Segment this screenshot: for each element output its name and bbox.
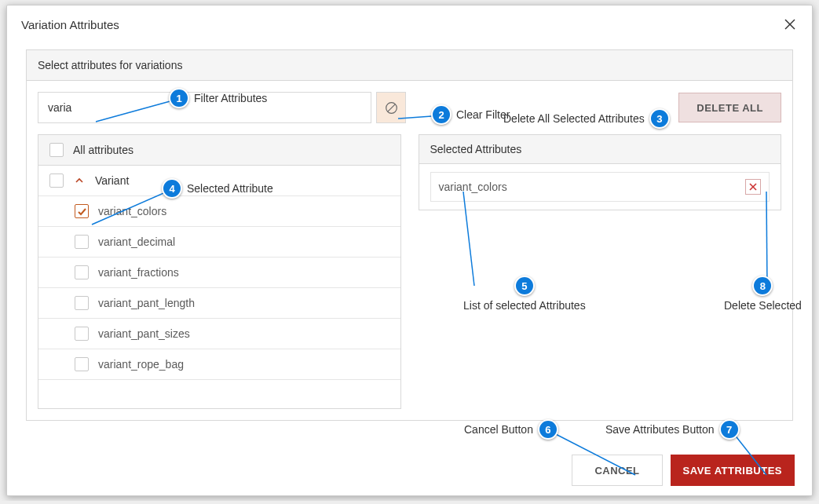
attributes-panel: Select attributes for variations DELETE … [26,49,793,421]
delete-selected-button[interactable] [745,179,761,195]
attribute-checkbox[interactable] [75,204,89,218]
attribute-checkbox[interactable] [75,357,89,371]
clear-icon [385,101,398,115]
x-icon [749,183,757,191]
dialog-footer: CANCEL SAVE ATTRIBUTES [572,455,795,486]
attribute-label: variant_rope_bag [98,358,184,371]
attribute-item-row[interactable]: variant_decimal [38,227,400,257]
attribute-item-row[interactable]: variant_fractions [38,257,400,288]
attribute-checkbox[interactable] [75,296,89,310]
panel-body: DELETE ALL All attributes [27,81,792,420]
group-checkbox[interactable] [49,173,64,188]
annotation-label-6: Cancel Button [464,423,533,436]
all-attributes-header: All attributes [38,135,400,166]
annotation-badge-6: 6 [538,419,558,440]
selected-attributes-header: Selected Attributes [419,135,781,164]
filter-input[interactable] [38,92,371,123]
variation-attributes-dialog: Variation Attributes Select attributes f… [6,5,813,496]
dialog-title: Variation Attributes [21,18,119,31]
selected-attributes-column: Selected Attributes variant_colors [419,134,782,409]
dialog-body: Select attributes for variations DELETE … [7,43,812,421]
clear-filter-button[interactable] [376,92,406,123]
chevron-up-icon[interactable] [73,174,86,187]
attribute-item-row[interactable]: variant_rope_bag [38,349,400,380]
annotation-badge-7: 7 [719,419,740,440]
attribute-label: variant_pant_sizes [98,327,190,340]
annotation-label-7: Save Attributes Button [605,423,715,436]
attribute-item-row[interactable]: variant_pant_length [38,288,400,319]
columns: All attributes Variant v [38,134,781,409]
attribute-label: variant_fractions [98,266,179,279]
attribute-label: variant_decimal [98,236,175,248]
attribute-item-row[interactable]: variant_colors [38,196,400,227]
panel-header: Select attributes for variations [27,50,792,81]
selected-attribute-row: variant_colors [430,172,770,202]
all-attributes-body[interactable]: Variant variant_colorsvariant_decimalvar… [38,166,400,408]
attribute-checkbox[interactable] [75,265,89,279]
attribute-label: variant_colors [98,205,166,217]
select-all-checkbox[interactable] [49,143,64,157]
attribute-checkbox[interactable] [75,235,89,249]
save-button[interactable]: SAVE ATTRIBUTES [671,455,795,486]
filter-row: DELETE ALL [38,92,781,123]
selected-attributes-panel: Selected Attributes variant_colors [419,134,782,210]
attribute-label: variant_pant_length [98,297,195,309]
attribute-group-row[interactable]: Variant [38,166,400,196]
group-label: Variant [95,174,129,187]
selected-attribute-label: variant_colors [439,181,507,193]
delete-all-button[interactable]: DELETE ALL [678,93,781,122]
close-icon[interactable] [782,16,798,32]
all-attributes-list: All attributes Variant v [38,134,401,409]
selected-attributes-body: variant_colors [419,164,781,210]
dialog-header: Variation Attributes [7,5,812,43]
cancel-button[interactable]: CANCEL [572,455,662,486]
all-attributes-column: All attributes Variant v [38,134,401,409]
attribute-item-row[interactable]: variant_pant_sizes [38,319,400,349]
attribute-checkbox[interactable] [75,327,89,341]
svg-line-3 [387,104,394,111]
all-attributes-header-label: All attributes [73,144,133,156]
